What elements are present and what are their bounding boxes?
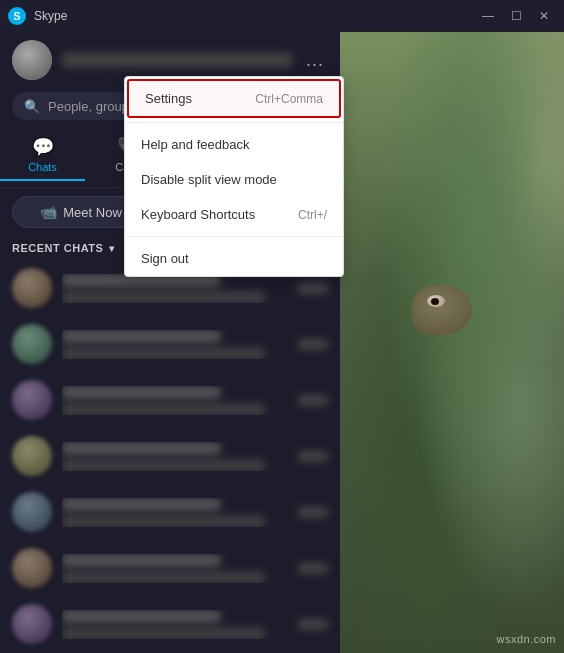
chats-icon: 💬 [32,136,54,158]
bird-body [412,285,472,335]
chat-info [62,442,288,471]
menu-item-settings[interactable]: Settings Ctrl+Comma [127,79,341,118]
minimize-button[interactable]: — [476,6,500,26]
chat-name [62,498,220,511]
chat-preview [62,460,265,471]
app-title: Skype [34,9,67,23]
chat-preview [62,572,265,583]
chat-info [62,554,288,583]
chat-info [62,386,288,415]
menu-item-sign-out[interactable]: Sign out [125,241,343,276]
title-bar: S Skype — ☐ ✕ [0,0,564,32]
chat-preview [62,516,265,527]
title-bar-left: S Skype [8,7,67,25]
list-item[interactable] [0,316,340,372]
chat-timestamp [298,507,328,518]
search-icon: 🔍 [24,99,40,114]
dropdown-menu: Settings Ctrl+Comma Help and feedback Di… [124,76,344,277]
chat-timestamp [298,395,328,406]
avatar[interactable] [12,40,52,80]
more-options-button[interactable]: ... [302,46,328,75]
chat-timestamp [298,563,328,574]
chat-preview [62,628,265,639]
avatar [12,324,52,364]
menu-item-keyboard-shortcuts[interactable]: Keyboard Shortcuts Ctrl+/ [125,197,343,232]
avatar [12,492,52,532]
avatar [12,548,52,588]
chat-list [0,260,340,653]
maximize-button[interactable]: ☐ [504,6,528,26]
bird-illustration [407,280,487,340]
list-item[interactable] [0,428,340,484]
help-label: Help and feedback [141,137,249,152]
avatar [12,380,52,420]
chat-preview [62,348,265,359]
meet-now-icon: 📹 [40,204,57,220]
chat-timestamp [298,451,328,462]
title-bar-controls: — ☐ ✕ [476,6,556,26]
keyboard-shortcuts-label: Keyboard Shortcuts [141,207,255,222]
menu-item-help[interactable]: Help and feedback [125,127,343,162]
skype-logo-icon: S [8,7,26,25]
chat-timestamp [298,619,328,630]
keyboard-shortcuts-shortcut: Ctrl+/ [298,208,327,222]
chats-label: Chats [28,161,57,173]
list-item[interactable] [0,484,340,540]
avatar [12,604,52,644]
list-item[interactable] [0,540,340,596]
painting-background [340,32,564,653]
split-view-label: Disable split view mode [141,172,277,187]
sign-out-label: Sign out [141,251,189,266]
chat-name [62,610,220,623]
chat-timestamp [298,283,328,294]
chat-name [62,554,220,567]
close-button[interactable]: ✕ [532,6,556,26]
chat-name [62,330,220,343]
chat-timestamp [298,339,328,350]
chat-name [62,442,220,455]
list-item[interactable] [0,596,340,652]
chat-preview [62,404,265,415]
avatar-image [12,40,52,80]
chat-info [62,610,288,639]
right-panel: wsxdn.com [340,32,564,653]
chat-info [62,274,288,303]
meet-now-label: Meet Now [63,205,122,220]
chat-name [62,386,220,399]
menu-divider [125,122,343,123]
settings-shortcut: Ctrl+Comma [255,92,323,106]
list-item[interactable] [0,372,340,428]
chat-info [62,498,288,527]
menu-item-split-view[interactable]: Disable split view mode [125,162,343,197]
tab-chats[interactable]: 💬 Chats [0,130,85,181]
chat-info [62,330,288,359]
profile-name [62,53,292,67]
recent-chats-label: RECENT CHATS [12,242,103,254]
app-container: ... 🔍 People, groups & messages ⋮ 💬 Chat… [0,32,564,653]
recent-chats-chevron-icon: ▾ [109,243,115,254]
chat-preview [62,292,265,303]
avatar [12,268,52,308]
avatar [12,436,52,476]
watermark: wsxdn.com [496,633,556,645]
menu-divider-2 [125,236,343,237]
settings-label: Settings [145,91,192,106]
